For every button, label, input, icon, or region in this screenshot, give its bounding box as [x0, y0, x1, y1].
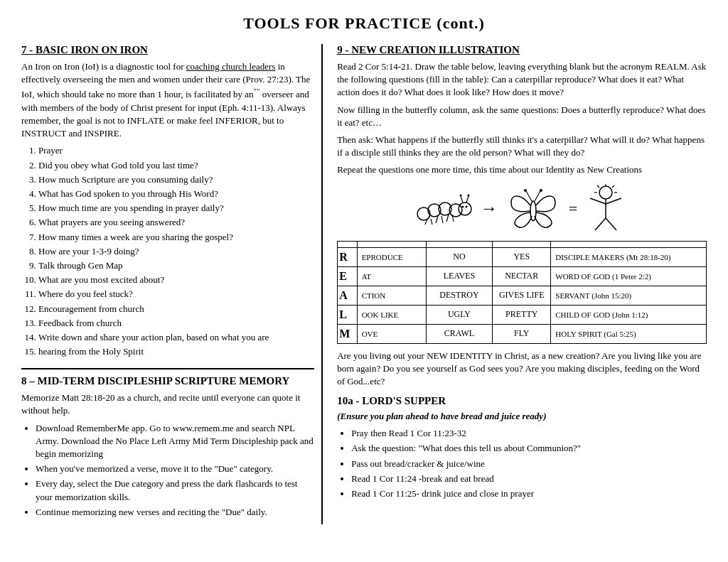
- table-letter-e: E: [338, 266, 357, 286]
- bullet-item: Download RememberMe app. Go to www.remem…: [36, 422, 314, 461]
- table-word-ook-like: OOK LIKE: [357, 305, 426, 324]
- list-item: How much time are you spending in prayer…: [38, 202, 314, 215]
- list-item: Talk through Gen Map: [38, 259, 314, 272]
- list-item: Prayer: [38, 144, 314, 157]
- bullet-item: Ask the question: "What does this tell u…: [351, 442, 707, 455]
- svg-line-24: [590, 198, 606, 204]
- svg-point-6: [465, 206, 467, 208]
- section-8: 8 – MID-TERM DISCIPLESHIP SCRIPTURE MEMO…: [21, 368, 314, 519]
- section-9-para3: Then ask: What happens if the butterfly …: [337, 134, 707, 159]
- list-item: What has God spoken to you through His W…: [38, 188, 314, 200]
- section-10a: 10a - LORD'S SUPPER (Ensure you plan ahe…: [337, 395, 707, 500]
- table-letter-l: L: [338, 305, 357, 324]
- section-7-para1: An Iron on Iron (IoI) is a diagnostic to…: [21, 60, 314, 140]
- table-cell-leaves: LEAVES: [426, 266, 492, 286]
- table-letter-r: R: [338, 247, 357, 266]
- table-col-butterfly: [493, 241, 551, 247]
- table-cell-yes: YES: [493, 247, 551, 266]
- section-10a-bullets: Pray then Read 1 Cor 11:23-32 Ask the qu…: [351, 427, 707, 500]
- list-item: How much Scripture are you consuming dai…: [38, 173, 314, 186]
- new-creation-illustration: →: [337, 184, 707, 234]
- list-item: How are your 1-3-9 doing?: [38, 245, 314, 258]
- caterpillar-icon: [417, 189, 473, 228]
- svg-line-12: [431, 219, 432, 225]
- list-item: What are you most excited about?: [38, 274, 314, 286]
- svg-line-26: [595, 218, 606, 230]
- coaching-link: coaching church leaders: [186, 61, 276, 72]
- table-cell-ref-m: HOLY SPIRIT (Gal 5:25): [551, 324, 707, 343]
- table-word-eproduce: EPRODUCE: [357, 247, 426, 266]
- arrow-icon: →: [481, 199, 498, 218]
- svg-line-30: [597, 185, 599, 188]
- table-cell-destroy: DESTROY: [426, 286, 492, 305]
- svg-line-14: [441, 216, 443, 223]
- equals-sign: =: [569, 200, 577, 218]
- table-letter-a: A: [338, 286, 357, 305]
- table-cell-nectar: NECTAR: [493, 266, 551, 286]
- section-7-list: Prayer Did you obey what God told you la…: [38, 144, 314, 358]
- table-row: R EPRODUCE NO YES DISCIPLE MAKERS (Mt 28…: [338, 247, 707, 266]
- list-item: How many times a week are you sharing th…: [38, 231, 314, 244]
- section-8-bullets: Download RememberMe app. Go to www.remem…: [36, 422, 314, 519]
- table-cell-fly: FLY: [493, 324, 551, 343]
- table-word-ove: OVE: [357, 324, 426, 343]
- table-header-empty1: [338, 241, 357, 247]
- svg-point-20: [524, 189, 527, 192]
- section-9-title: 9 - NEW CREATION ILLUSTRATION: [337, 44, 707, 56]
- svg-line-7: [461, 196, 463, 202]
- svg-line-27: [606, 218, 616, 230]
- list-item: What prayers are you seeing answered?: [38, 216, 314, 229]
- section-8-para1: Memorize Matt 28:18-20 as a church, and …: [21, 391, 314, 417]
- table-col-caterpillar: [426, 241, 492, 247]
- svg-line-25: [606, 198, 621, 204]
- table-cell-gives-life: GIVES LIFE: [493, 286, 551, 305]
- svg-line-15: [446, 215, 449, 222]
- section-9: 9 - NEW CREATION ILLUSTRATION Read 2 Cor…: [337, 44, 707, 388]
- table-col-disciple: [551, 241, 707, 247]
- svg-point-21: [540, 189, 542, 192]
- realm-table: R EPRODUCE NO YES DISCIPLE MAKERS (Mt 28…: [337, 241, 707, 344]
- svg-point-22: [599, 186, 612, 199]
- section-10a-title: 10a - LORD'S SUPPER: [337, 395, 707, 407]
- bullet-item: Continue memorizing new verses and recit…: [36, 506, 314, 519]
- table-row: A CTION DESTROY GIVES LIFE SERVANT (John…: [338, 286, 707, 305]
- table-cell-no: NO: [426, 247, 492, 266]
- table-row: E AT LEAVES NECTAR WORD OF GOD (1 Peter …: [338, 266, 707, 286]
- table-row: M OVE CRAWL FLY HOLY SPIRIT (Gal 5:25): [338, 324, 707, 343]
- svg-point-9: [459, 195, 461, 197]
- list-item: Where do you feel stuck?: [38, 288, 314, 301]
- table-cell-ref-a: SERVANT (John 15:20): [551, 286, 707, 305]
- page-title: TOOLS FOR PRACTICE (cont.): [21, 14, 707, 33]
- table-header-row: [338, 241, 707, 247]
- table-word-ction: CTION: [357, 286, 426, 305]
- svg-line-18: [526, 191, 532, 201]
- section-8-title: 8 – MID-TERM DISCIPLESHIP SCRIPTURE MEMO…: [21, 375, 314, 387]
- table-cell-crawl: CRAWL: [426, 324, 492, 343]
- bullet-item: When you've memorized a verse, move it t…: [36, 463, 314, 475]
- list-item: Write down and share your action plan, b…: [38, 331, 314, 344]
- list-item: Did you obey what God told you last time…: [38, 159, 314, 172]
- table-header-empty2: [357, 241, 426, 247]
- table-cell-ref-r: DISCIPLE MAKERS (Mt 28:18-20): [551, 247, 707, 266]
- svg-point-10: [467, 195, 469, 197]
- section-7: 7 - BASIC IRON ON IRON An Iron on Iron (…: [21, 44, 314, 358]
- svg-line-29: [612, 185, 614, 188]
- table-word-at: AT: [357, 266, 426, 286]
- list-item: Encouragement from church: [38, 303, 314, 315]
- table-cell-ref-e: WORD OF GOD (1 Peter 2:2): [551, 266, 707, 286]
- list-item: hearing from the Holy Spirit: [38, 345, 314, 358]
- right-column: 9 - NEW CREATION ILLUSTRATION Read 2 Cor…: [337, 44, 707, 506]
- section-9-para2: Now filling in the butterfly column, ask…: [337, 104, 707, 129]
- svg-line-19: [535, 191, 540, 201]
- section-7-title: 7 - BASIC IRON ON IRON: [21, 44, 314, 56]
- section-9-para1: Read 2 Cor 5:14-21. Draw the table below…: [337, 60, 707, 99]
- butterfly-icon: [505, 184, 562, 234]
- person-icon: [584, 184, 627, 234]
- svg-point-4: [459, 202, 471, 215]
- left-column: 7 - BASIC IRON ON IRON An Iron on Iron (…: [21, 44, 323, 524]
- table-cell-ugly: UGLY: [426, 305, 492, 324]
- table-row: L OOK LIKE UGLY PRETTY CHILD OF GOD (Joh…: [338, 305, 707, 324]
- section-10a-subtitle: (Ensure you plan ahead to have bread and…: [337, 410, 707, 423]
- bullet-item: Read 1 Cor 11:24 -break and eat bread: [351, 472, 707, 485]
- list-item: Feedback from church: [38, 317, 314, 330]
